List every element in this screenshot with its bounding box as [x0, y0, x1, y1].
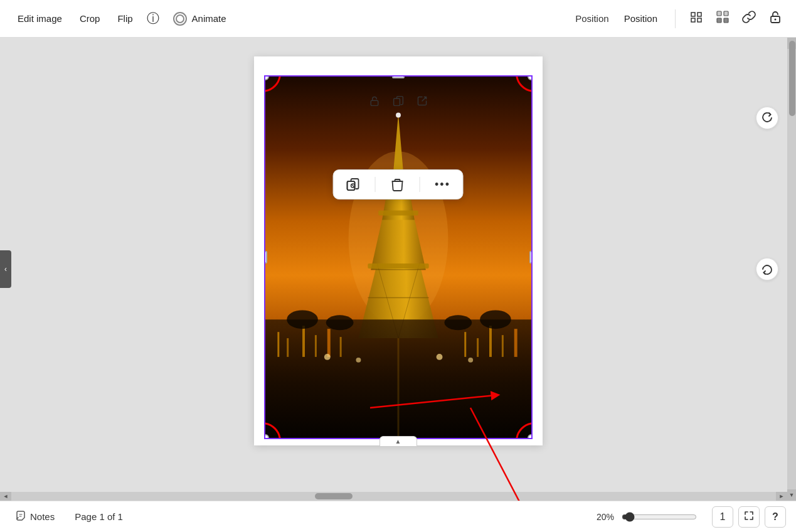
svg-rect-19 [378, 211, 418, 216]
expand-button[interactable] [738, 506, 760, 528]
svg-rect-20 [368, 263, 428, 269]
resize-handle-tm[interactable] [392, 75, 405, 78]
edit-image-label: Edit image [18, 13, 62, 24]
canvas-area: ‹ ▲ ▼ [0, 38, 796, 501]
link-icon [742, 10, 756, 27]
context-separator-1 [374, 177, 375, 192]
page-tab-chevron: ▲ [395, 438, 401, 445]
page-number-button[interactable]: 1 [712, 506, 733, 528]
zoom-slider[interactable] [622, 512, 697, 522]
notes-icon [15, 510, 26, 523]
top-toolbar: Edit image Crop Flip ⓘ Animate Position … [0, 0, 796, 38]
svg-rect-26 [327, 329, 330, 357]
resize-handle-ml[interactable] [264, 251, 267, 263]
svg-point-5 [775, 19, 777, 21]
context-separator-2 [419, 177, 420, 192]
svg-rect-27 [339, 337, 341, 357]
expand-icon [744, 511, 754, 523]
float-duplicate-icon [393, 97, 404, 109]
link-button[interactable] [738, 6, 760, 31]
animate-icon [173, 12, 187, 26]
scrollbar-thumb[interactable] [789, 41, 795, 116]
svg-rect-23 [287, 338, 289, 357]
svg-rect-24 [302, 326, 305, 357]
grid-icon [716, 10, 730, 27]
resize-handle-mr[interactable] [529, 251, 533, 263]
scroll-right-arrow[interactable]: ► [776, 492, 787, 501]
svg-rect-6 [371, 100, 378, 105]
svg-rect-1 [724, 11, 728, 16]
lock-button[interactable] [765, 6, 786, 31]
svg-rect-30 [489, 326, 491, 357]
svg-point-40 [480, 310, 511, 329]
svg-point-39 [326, 315, 353, 330]
crop-button[interactable]: Crop [72, 8, 108, 29]
svg-point-14 [396, 113, 401, 118]
svg-point-35 [436, 354, 442, 360]
svg-rect-7 [393, 98, 400, 105]
flip-button[interactable]: Flip [110, 8, 140, 29]
help-icon: ? [772, 511, 778, 523]
page-canvas: ••• ▲ [254, 56, 543, 445]
svg-point-34 [356, 358, 361, 363]
delete-element-button[interactable] [388, 175, 406, 194]
svg-rect-31 [501, 335, 503, 357]
position-label: Position [575, 13, 608, 24]
notes-button[interactable]: Notes [10, 508, 60, 526]
svg-point-36 [468, 358, 473, 363]
float-duplicate-button[interactable] [390, 93, 406, 112]
left-panel-toggle[interactable]: ‹ [0, 250, 11, 288]
svg-point-33 [324, 354, 330, 360]
copy-element-button[interactable] [343, 175, 362, 194]
toolbar-separator [675, 9, 676, 28]
page-tab[interactable]: ▲ [379, 436, 417, 446]
position-text: Position [624, 13, 657, 24]
tools-button[interactable] [686, 6, 707, 31]
float-buttons [366, 93, 430, 112]
notes-label: Notes [30, 511, 55, 522]
zoom-area: 20% [597, 512, 697, 522]
help-button[interactable]: ? [765, 506, 786, 528]
context-menu: ••• [332, 169, 464, 200]
position-button[interactable]: Position [617, 8, 665, 29]
toolbar-right: Position Position [575, 6, 786, 31]
bottom-right-icons: 1 ? [712, 506, 786, 528]
h-scrollbar-thumb[interactable] [315, 493, 353, 499]
resize-handle-br[interactable] [528, 434, 533, 439]
float-external-icon [417, 97, 428, 109]
tools-icon [689, 10, 703, 27]
edit-image-button[interactable]: Edit image [10, 8, 70, 29]
svg-rect-0 [717, 11, 721, 16]
animate-button[interactable]: Animate [166, 7, 234, 31]
vertical-scrollbar[interactable]: ▲ ▼ [787, 38, 796, 501]
page-info: Page 1 of 1 [75, 511, 123, 522]
svg-rect-28 [464, 332, 466, 357]
rotate-button-middle[interactable] [756, 258, 778, 280]
svg-point-38 [287, 310, 318, 329]
more-options-button[interactable]: ••• [432, 176, 453, 194]
info-icon: ⓘ [147, 10, 159, 27]
horizontal-scrollbar[interactable] [0, 492, 787, 501]
float-lock-button[interactable] [366, 93, 383, 112]
svg-rect-25 [314, 335, 316, 357]
scroll-down-arrow[interactable]: ▼ [787, 489, 796, 501]
eiffel-scene [265, 77, 531, 438]
page-number-icon: 1 [720, 511, 726, 523]
svg-point-41 [444, 315, 472, 330]
svg-rect-3 [724, 18, 728, 23]
crop-label: Crop [80, 13, 100, 24]
scroll-left-arrow[interactable]: ◄ [0, 492, 11, 501]
rotate-button-top[interactable] [756, 107, 778, 129]
svg-rect-29 [477, 338, 479, 357]
info-button[interactable]: ⓘ [143, 6, 163, 31]
svg-rect-22 [277, 332, 279, 357]
more-icon: ••• [435, 178, 450, 191]
animate-label: Animate [192, 13, 226, 24]
selected-image[interactable] [264, 75, 533, 439]
float-external-button[interactable] [414, 93, 430, 112]
svg-rect-2 [717, 18, 721, 23]
float-lock-icon [369, 97, 380, 109]
zoom-percent: 20% [597, 512, 614, 522]
grid-button[interactable] [712, 6, 733, 31]
bottom-toolbar: Notes Page 1 of 1 20% 1 ? [0, 501, 796, 532]
